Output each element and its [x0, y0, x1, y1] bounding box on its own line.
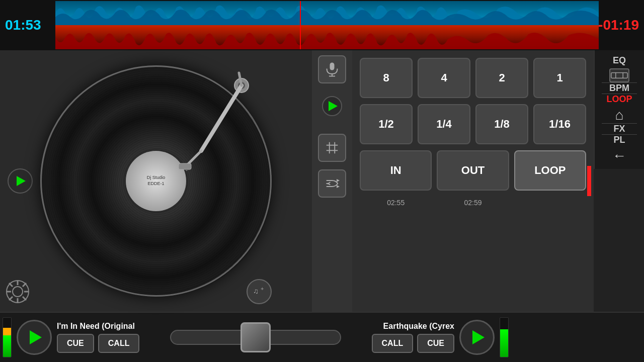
loop-panel: 8 4 2 1 1/2 1/4 1/8 1/16 IN OUT LOOP 02:… [352, 50, 594, 312]
left-song-title: I'm In Need (Original [57, 322, 157, 331]
loop-in-button[interactable]: IN [360, 150, 432, 191]
beat-row-1: 8 4 2 1 [360, 58, 586, 98]
timestamp-row: 02:55 02:59 [360, 197, 586, 207]
svg-rect-19 [330, 63, 335, 70]
sidebar-loop[interactable]: LOOP ⌂ [606, 94, 632, 123]
svg-line-16 [9, 297, 13, 300]
sidebar-pl[interactable]: PL ← [612, 135, 626, 164]
back-arrow-icon: ← [612, 148, 626, 164]
center-play-icon [329, 101, 338, 111]
left-cue-button[interactable]: CUE [57, 334, 94, 353]
time-left: 01:53 [5, 17, 41, 33]
right-song-title: Earthquake (Cyrex [383, 322, 454, 331]
beat-btn-sixteenth[interactable]: 1/16 [533, 104, 586, 144]
left-song-buttons: CUE CALL [57, 334, 157, 353]
play-button-bottom-left[interactable] [17, 320, 52, 355]
vinyl-label-text: Dj StudioEDDE-1 [147, 175, 166, 187]
play-icon-left [17, 176, 26, 186]
waveform-section: 01:53 -01:19 [0, 0, 644, 50]
sidebar-fx[interactable]: FX [613, 124, 625, 134]
crossfader-section [160, 330, 351, 345]
svg-rect-5 [179, 163, 191, 169]
music-add-icon[interactable]: ♫ + [247, 279, 272, 304]
loop-loop-button[interactable]: LOOP [514, 150, 586, 191]
svg-line-2 [201, 85, 242, 151]
svg-line-13 [9, 283, 13, 287]
beat-btn-quarter[interactable]: 1/4 [418, 104, 470, 144]
playhead-line [300, 1, 301, 49]
bpm-label: BPM [609, 83, 629, 94]
eq-label: EQ [613, 55, 626, 66]
beat-btn-eighth[interactable]: 1/8 [475, 104, 528, 144]
turntable[interactable]: Dj StudioEDDE-1 [30, 55, 282, 307]
play-button-left[interactable] [8, 168, 33, 194]
house-icon: ⌂ [615, 107, 624, 123]
right-song-info: Earthquake (Cyrex CALL CUE [354, 322, 454, 353]
settings-icon[interactable] [5, 279, 30, 304]
right-call-button[interactable]: CALL [372, 334, 414, 353]
grid-button[interactable] [318, 134, 346, 162]
svg-marker-27 [337, 185, 340, 188]
svg-text:+: + [261, 286, 264, 292]
tonearm [161, 70, 262, 171]
mic-button[interactable] [318, 55, 346, 83]
loop-label: LOOP [606, 94, 632, 105]
play-icon-bottom-left [30, 330, 42, 344]
bottom-bar: I'm In Need (Original CUE CALL Earthquak… [0, 312, 644, 362]
crossfader-track[interactable] [170, 330, 341, 345]
left-song-info: I'm In Need (Original CUE CALL [57, 322, 157, 353]
vu-green-right [500, 329, 508, 357]
beat-btn-1[interactable]: 1 [533, 58, 586, 98]
vu-meter-right [500, 317, 509, 357]
sidebar-eq[interactable]: EQ [609, 55, 629, 82]
out-timestamp: 02:59 [437, 197, 509, 207]
svg-text:♫: ♫ [253, 287, 259, 295]
beat-btn-4[interactable]: 4 [418, 58, 470, 98]
vu-meter-left [3, 317, 12, 357]
center-panel [312, 50, 352, 312]
waveform-top [55, 1, 599, 25]
fx-label: FX [613, 124, 625, 134]
vu-yellow-left [3, 328, 11, 336]
crossfader-handle[interactable] [240, 322, 271, 352]
loop-out-button[interactable]: OUT [437, 150, 509, 191]
left-call-button[interactable]: CALL [98, 334, 140, 353]
sidebar-bpm[interactable]: BPM [609, 83, 629, 94]
play-icon-bottom-right [472, 330, 485, 344]
right-cue-button[interactable]: CUE [417, 334, 454, 353]
shuffle-button[interactable] [318, 169, 346, 198]
main-area: Dj StudioEDDE-1 [0, 50, 644, 312]
svg-line-15 [23, 283, 26, 287]
right-song-buttons: CALL CUE [372, 334, 454, 353]
pl-label: PL [613, 135, 625, 145]
beat-row-2: 1/2 1/4 1/8 1/16 [360, 104, 586, 144]
in-timestamp: 02:55 [360, 197, 432, 207]
waveform-bottom [55, 25, 599, 49]
vu-green-left [3, 335, 11, 357]
waveform-canvas[interactable] [55, 1, 599, 49]
svg-point-8 [13, 287, 23, 297]
center-play-button[interactable] [322, 96, 342, 116]
eq-icon [609, 68, 629, 82]
beat-btn-8[interactable]: 8 [360, 58, 413, 98]
right-sidebar: EQ BPM LOOP ⌂ FX [594, 50, 644, 169]
beat-btn-2[interactable]: 2 [475, 58, 528, 98]
beat-btn-half[interactable]: 1/2 [360, 104, 413, 144]
in-out-loop-row: IN OUT LOOP [360, 150, 586, 191]
loop-indicator [587, 166, 591, 196]
svg-marker-26 [337, 179, 340, 182]
time-right: -01:19 [598, 17, 639, 33]
turntable-section: Dj StudioEDDE-1 [0, 50, 312, 312]
play-button-bottom-right[interactable] [459, 320, 495, 355]
svg-rect-28 [611, 73, 627, 78]
svg-line-14 [23, 297, 26, 300]
right-sidebar-wrapper: EQ BPM LOOP ⌂ FX [594, 50, 644, 312]
loop-timestamp-empty [514, 197, 586, 207]
